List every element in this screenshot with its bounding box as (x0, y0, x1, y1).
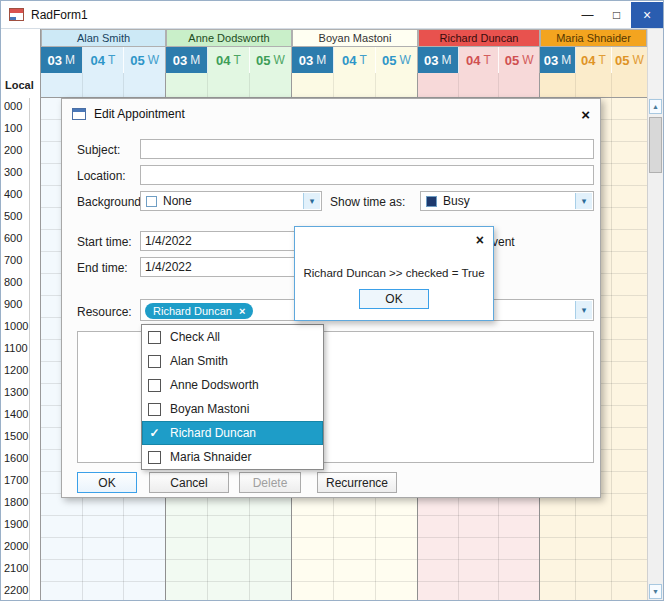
allday-cell[interactable] (166, 73, 208, 97)
day-header-cell[interactable]: 05W (612, 47, 647, 73)
day-header-cell[interactable]: 03M (166, 47, 208, 73)
time-label: 1200 (4, 364, 28, 376)
allday-cell[interactable] (376, 73, 417, 97)
dropdown-item[interactable]: Check All (142, 325, 323, 349)
resource-chevron-down-icon[interactable]: ▾ (575, 301, 592, 319)
background-chevron-down-icon[interactable]: ▾ (303, 193, 320, 209)
allday-group (418, 73, 540, 97)
allday-cell[interactable] (208, 73, 250, 97)
day-of-week: T (108, 53, 115, 67)
background-dropdown[interactable]: None ▾ (140, 191, 322, 211)
resource-header[interactable]: Richard Duncan (418, 29, 540, 47)
radform-window: RadForm1 — □ × Alan SmithAnne DodsworthB… (0, 0, 664, 601)
resource-day-group: 03M04T05W (41, 47, 166, 73)
allday-group (540, 73, 647, 97)
check-icon[interactable]: ✓ (148, 426, 161, 440)
titlebar: RadForm1 — □ × (1, 1, 663, 29)
cancel-button[interactable]: Cancel (149, 472, 229, 493)
dropdown-item[interactable]: Anne Dodsworth (142, 373, 323, 397)
subject-input[interactable] (140, 139, 594, 159)
allday-cell[interactable] (250, 73, 291, 97)
day-header-cell[interactable]: 04T (576, 47, 612, 73)
close-icon: × (643, 7, 651, 23)
popup-ok-button[interactable]: OK (359, 289, 429, 309)
day-number: 04 (342, 53, 356, 68)
allday-group (166, 73, 292, 97)
time-label: 900 (4, 298, 22, 310)
allday-cell[interactable] (334, 73, 376, 97)
allday-cell[interactable] (612, 73, 647, 97)
dropdown-item[interactable]: Alan Smith (142, 349, 323, 373)
location-input[interactable] (140, 165, 594, 185)
scroll-down-button[interactable]: ▼ (649, 584, 662, 599)
allday-cell[interactable] (83, 73, 125, 97)
day-header-cell[interactable]: 05W (376, 47, 417, 73)
resource-header[interactable]: Boyan Mastoni (292, 29, 418, 47)
resource-header[interactable]: Maria Shnaider (540, 29, 647, 47)
time-label: 700 (4, 254, 22, 266)
allday-cell[interactable] (292, 73, 334, 97)
recurrence-button[interactable]: Recurrence (317, 472, 397, 493)
day-header-cell[interactable]: 05W (124, 47, 165, 73)
resource-token[interactable]: Richard Duncan × (145, 303, 253, 319)
ok-button[interactable]: OK (77, 472, 137, 493)
minimize-button[interactable]: — (573, 2, 602, 28)
minimize-icon: — (582, 8, 594, 22)
allday-cell[interactable] (418, 73, 459, 97)
scroll-thumb[interactable] (649, 117, 662, 173)
item-checkbox[interactable] (148, 331, 161, 344)
day-header-cell[interactable]: 05W (499, 47, 539, 73)
allday-cell[interactable] (499, 73, 539, 97)
time-label: 1700 (4, 474, 28, 486)
day-header-cell[interactable]: 03M (540, 47, 576, 73)
allday-cell[interactable] (576, 73, 612, 97)
item-checkbox[interactable] (148, 379, 161, 392)
resource-header[interactable]: Alan Smith (41, 29, 166, 47)
day-header-cell[interactable]: 03M (418, 47, 459, 73)
show-time-value: Busy (443, 194, 470, 208)
day-header-cell[interactable]: 05W (250, 47, 291, 73)
dialog-icon (72, 108, 86, 120)
day-number: 03 (424, 53, 438, 68)
item-checkbox[interactable] (148, 355, 161, 368)
day-header-cell[interactable]: 04T (83, 47, 125, 73)
time-label: 1900 (4, 518, 28, 530)
allday-cell[interactable] (124, 73, 165, 97)
show-time-chevron-down-icon[interactable]: ▾ (575, 193, 592, 209)
grid-day-column[interactable] (612, 98, 647, 600)
day-of-week: T (234, 53, 241, 67)
time-label: 1800 (4, 496, 28, 508)
day-header-cell[interactable]: 03M (41, 47, 83, 73)
dropdown-item[interactable]: ✓Richard Duncan (142, 421, 323, 445)
day-of-week: W (522, 53, 533, 67)
day-of-week: W (148, 53, 159, 67)
day-header-cell[interactable]: 04T (334, 47, 376, 73)
item-checkbox[interactable] (148, 403, 161, 416)
delete-button[interactable]: Delete (239, 472, 301, 493)
allday-cell[interactable] (459, 73, 500, 97)
allday-cell[interactable] (540, 73, 576, 97)
dropdown-item[interactable]: Boyan Mastoni (142, 397, 323, 421)
maximize-button[interactable]: □ (602, 2, 631, 28)
location-label: Location: (77, 169, 126, 183)
vertical-scrollbar[interactable]: ▲ ▼ (647, 98, 663, 600)
dialog-close-icon[interactable]: × (581, 107, 590, 122)
dropdown-item[interactable]: Maria Shnaider (142, 445, 323, 469)
resource-day-group: 03M04T05W (292, 47, 418, 73)
time-label: 2000 (4, 540, 28, 552)
show-time-dropdown[interactable]: Busy ▾ (420, 191, 594, 211)
allday-cell[interactable] (41, 73, 83, 97)
scroll-up-button[interactable]: ▲ (649, 99, 662, 114)
close-button[interactable]: × (631, 2, 663, 28)
item-checkbox[interactable] (148, 451, 161, 464)
day-header-cell[interactable]: 03M (292, 47, 334, 73)
day-header-cell[interactable]: 04T (208, 47, 250, 73)
token-remove-icon[interactable]: × (239, 305, 245, 317)
time-label: 1400 (4, 408, 28, 420)
popup-message: Richard Duncan >> checked = True (299, 267, 489, 279)
popup-close-icon[interactable]: × (476, 233, 484, 247)
day-of-week: M (442, 53, 452, 67)
day-number: 03 (299, 53, 313, 68)
day-header-cell[interactable]: 04T (459, 47, 500, 73)
resource-header[interactable]: Anne Dodsworth (166, 29, 292, 47)
